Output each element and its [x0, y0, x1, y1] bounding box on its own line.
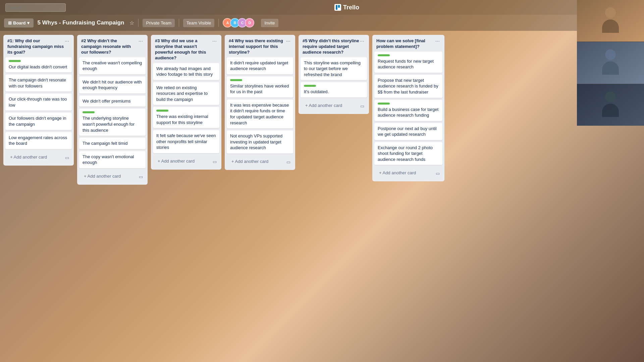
video-panel	[577, 0, 644, 126]
visibility-button[interactable]: Team Visible	[183, 19, 214, 27]
card-list-col5: This storyline was compelling to our tar…	[299, 57, 369, 100]
card-text-c12: We already had images and video footage …	[156, 66, 213, 77]
card-c6[interactable]: The creative wasn't compelling enough	[79, 57, 146, 74]
star-button[interactable]: ☆	[129, 20, 134, 26]
card-c7[interactable]: We didn't hit our audience with enough f…	[79, 76, 146, 94]
privacy-button[interactable]: Private Team	[143, 19, 175, 27]
list-header-col4: #4 Why was there existing internal suppo…	[225, 35, 295, 57]
sil-head-1	[605, 7, 616, 18]
app-name: Trello	[343, 4, 359, 11]
add-card-btn-col3[interactable]: + Add another card	[154, 156, 207, 166]
card-c2[interactable]: The campaign didn't resonate with our fo…	[5, 74, 72, 92]
archive-icon-col1[interactable]: ▭	[62, 153, 72, 163]
divider2	[179, 19, 179, 27]
add-card-btn-col5[interactable]: + Add another card	[302, 100, 355, 111]
card-c13[interactable]: We relied on existing resources and expe…	[153, 82, 219, 105]
card-label-c24	[378, 103, 390, 105]
card-label-c9	[83, 111, 95, 113]
list-menu-col2[interactable]: ···	[138, 38, 144, 44]
add-card-row-col5: + Add another card▭	[299, 100, 369, 114]
list-menu-col6[interactable]: ···	[435, 38, 440, 44]
card-text-c15: It felt safe because we've seen other no…	[156, 133, 216, 150]
add-card-row-col2: + Add another card▭	[77, 170, 148, 185]
archive-icon-col6[interactable]: ▭	[432, 168, 443, 179]
board-area: #1: Why did our fundraising campaign mis…	[0, 31, 644, 362]
avatar-4[interactable]: D	[245, 18, 254, 27]
trello-bar-icon-right	[338, 5, 340, 8]
card-text-c4: Our followers didn't engage in the campa…	[9, 116, 66, 127]
card-c11[interactable]: The copy wasn't emotional enough	[79, 151, 146, 168]
list-menu-col3[interactable]: ···	[212, 38, 217, 44]
add-card-row-col4: + Add another card▭	[225, 156, 295, 170]
card-text-c22: Request funds for new target audience re…	[378, 59, 434, 70]
chevron-down-icon: ▾	[27, 20, 30, 25]
list-header-col6: How can we solve [final problem statemen…	[372, 35, 444, 52]
card-c15[interactable]: It felt safe because we've seen other no…	[153, 130, 219, 153]
card-c5[interactable]: Low engagement rates across the board	[5, 132, 72, 149]
top-bar: Trello +	[0, 0, 644, 15]
card-c12[interactable]: We already had images and video footage …	[153, 63, 219, 80]
list-menu-col5[interactable]: ···	[359, 38, 365, 44]
list-title-col3: #3 Why did we use a storyline that wasn'…	[155, 38, 212, 61]
card-text-c23: Propose that new target audience researc…	[378, 78, 438, 95]
card-c17[interactable]: Similar storylines have worked for us in…	[227, 76, 293, 98]
board-title: 5 Whys - Fundraising Campaign	[38, 19, 124, 26]
card-list-col3: We already had images and video footage …	[151, 63, 221, 155]
card-c24[interactable]: Build a business case for target audienc…	[374, 100, 442, 121]
card-c9[interactable]: The underlying storyline wasn't powerful…	[79, 109, 146, 136]
archive-icon-col3[interactable]: ▭	[209, 157, 220, 167]
archive-icon-col5[interactable]: ▭	[357, 101, 368, 111]
list-col6: How can we solve [final problem statemen…	[372, 35, 444, 181]
card-label-c21	[304, 85, 316, 87]
board-button[interactable]: ⊞ Board ▾	[4, 18, 34, 27]
silhouette-1	[600, 7, 621, 34]
card-c14[interactable]: There was existing internal support for …	[153, 107, 219, 128]
list-header-col2: #2 Why didn't the campaign resonate with…	[77, 35, 148, 57]
avatar-group: A B C D	[223, 18, 254, 27]
card-c1[interactable]: Our digital leads didn't convert	[5, 57, 72, 73]
card-c8[interactable]: We didn't offer premiums	[79, 96, 146, 107]
card-c16[interactable]: It didn't require updated target audienc…	[227, 57, 293, 74]
add-card-btn-col6[interactable]: + Add another card	[376, 168, 430, 178]
card-text-c24: Build a business case for target audienc…	[378, 107, 438, 118]
archive-icon-col4[interactable]: ▭	[283, 157, 294, 167]
card-text-c18: It was less expensive because it didn't …	[230, 103, 289, 125]
card-c10[interactable]: The campaign felt timid	[79, 138, 146, 149]
list-menu-col1[interactable]: ···	[64, 38, 70, 44]
list-header-col3: #3 Why did we use a storyline that wasn'…	[151, 35, 221, 63]
card-text-c20: This storyline was compelling to our tar…	[304, 60, 361, 77]
card-text-c9: The underlying storyline wasn't powerful…	[83, 116, 135, 132]
card-text-c16: It didn't require updated target audienc…	[230, 60, 288, 71]
search-input[interactable]	[5, 3, 66, 12]
add-card-btn-col1[interactable]: + Add another card	[7, 152, 60, 162]
card-c3[interactable]: Our click-through rate was too low	[5, 94, 72, 111]
add-card-btn-col4[interactable]: + Add another card	[228, 156, 281, 167]
card-c20[interactable]: This storyline was compelling to our tar…	[301, 57, 367, 80]
card-c23[interactable]: Propose that new target audience researc…	[374, 75, 442, 98]
card-c26[interactable]: Exchange our round 2 photo shoot funding…	[374, 142, 442, 165]
invite-button[interactable]: Invite	[261, 19, 278, 27]
trello-icon	[334, 4, 341, 11]
card-c25[interactable]: Postpone our next ad buy until we get up…	[374, 123, 442, 140]
list-col2: #2 Why didn't the campaign resonate with…	[77, 35, 148, 185]
video-tile-1	[577, 0, 644, 42]
card-label-c1	[9, 60, 21, 62]
card-text-c25: Postpone our next ad buy until we get up…	[378, 126, 437, 137]
add-card-btn-col2[interactable]: + Add another card	[80, 171, 133, 181]
sil-body-2	[602, 61, 619, 75]
silhouette-2	[600, 49, 621, 76]
card-label-c17	[230, 79, 242, 81]
list-header-col5: #5 Why didn't this storyline require upd…	[299, 35, 369, 57]
card-label-c14	[156, 110, 168, 112]
card-text-c17: Similar storylines have worked for us in…	[230, 83, 289, 95]
archive-icon-col2[interactable]: ▭	[136, 172, 146, 182]
card-c21[interactable]: It's outdated.	[301, 82, 367, 98]
card-c22[interactable]: Request funds for new target audience re…	[374, 52, 442, 73]
card-c4[interactable]: Our followers didn't engage in the campa…	[5, 113, 72, 130]
video-person-3	[577, 84, 644, 126]
card-c18[interactable]: It was less expensive because it didn't …	[227, 100, 293, 128]
top-bar-center: Trello	[334, 4, 359, 11]
card-list-col2: The creative wasn't compelling enoughWe …	[77, 57, 148, 170]
list-menu-col4[interactable]: ···	[285, 38, 291, 44]
card-c19[interactable]: Not enough VPs supported investing in up…	[227, 130, 293, 154]
